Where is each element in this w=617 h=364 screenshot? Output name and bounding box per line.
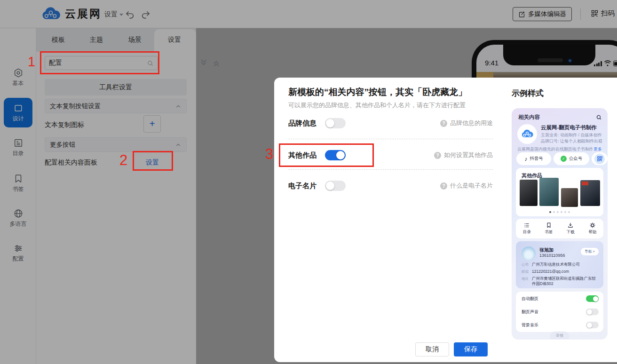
question-icon: ? — [440, 120, 447, 127]
toggle-row-brand: 品牌信息 ? 品牌信息的用途 — [288, 111, 493, 135]
gear-icon — [589, 222, 596, 229]
navigate-button[interactable]: 导航 > — [581, 248, 599, 255]
annotation-step-2: 2 — [119, 152, 127, 169]
contact-name: 张旭加 — [539, 247, 554, 253]
work-cover-3[interactable] — [561, 188, 578, 207]
brand-line-slogan: 品牌口号: 让每个人都能制作出精彩有创意的数字… — [541, 138, 602, 144]
question-icon: ? — [434, 152, 441, 159]
brand-title: 云展网-翻页电子书制作 — [541, 124, 602, 131]
brand-info-toggle[interactable] — [325, 118, 346, 128]
modal-title: 新模板的“相关内容”按钮，其实「卧虎藏龙」 — [288, 86, 467, 98]
wechat-official-icon: ✓ — [561, 156, 567, 162]
work-cover-4[interactable] — [580, 180, 600, 206]
brand-description: 云展网是国内领先的在线翻页电子书制作平台，过百万用户… 更多 — [517, 146, 602, 152]
dashed-divider — [288, 139, 493, 139]
business-card-help[interactable]: ? 什么是电子名片 — [440, 182, 493, 190]
preview-nav-bar: 目录 书签 下载 帮助 — [516, 219, 603, 238]
flip-sound-row: 翻页声音 — [522, 309, 599, 315]
background-music-row: 背景音乐 — [522, 322, 599, 328]
save-button[interactable]: 保存 — [454, 342, 488, 356]
other-works-card: 其他作品 — [516, 168, 603, 216]
annotation-step-3: 3 — [265, 146, 273, 163]
search-icon — [596, 114, 602, 120]
bookmark-icon — [546, 222, 552, 229]
nav-download[interactable]: 下载 — [567, 222, 575, 235]
dashed-divider — [288, 169, 493, 170]
modal-subtitle: 可以展示您的品牌信息、其他作品和个人名片，请在下方进行配置 — [288, 101, 466, 110]
nav-catalog[interactable]: 目录 — [523, 222, 531, 235]
douyin-icon: ♪ — [524, 156, 527, 162]
flip-sound-toggle[interactable] — [586, 309, 599, 315]
question-icon: ? — [440, 182, 447, 190]
more-link[interactable]: 更多 — [593, 146, 602, 152]
auto-flip-toggle[interactable] — [586, 295, 599, 302]
address-row: 地址 广州市黄埔区联和街道彩频路广东软件园D栋502 — [522, 276, 599, 286]
related-content-modal: 新模板的“相关内容”按钮，其实「卧虎藏龙」 可以展示您的品牌信息、其他作品和个人… — [274, 78, 617, 362]
annotation-box-2 — [133, 151, 173, 171]
report-button[interactable]: 举报 — [550, 332, 569, 339]
avatar — [522, 246, 536, 261]
brand-info-help[interactable]: ? 品牌信息的用途 — [440, 119, 493, 127]
background-music-toggle[interactable] — [586, 322, 599, 328]
annotation-step-1: 1 — [28, 54, 35, 70]
list-icon — [523, 222, 530, 229]
brand-line-business: 主营业务: 动画制作 / 自媒体创作 / 办公软件 — [541, 132, 602, 138]
official-account-button[interactable]: ✓ 公众号 — [554, 152, 589, 165]
other-works-help[interactable]: ? 如何设置其他作品 — [434, 151, 493, 159]
annotation-box-1 — [40, 51, 159, 74]
preview-header: 相关内容 — [518, 114, 602, 121]
qr-button[interactable] — [592, 152, 608, 165]
example-preview-card: 相关内容 云展网-翻页电子书制作 主营业务: 动画制作 / 自媒体创作 / — [512, 108, 608, 340]
business-card-toggle[interactable] — [325, 181, 346, 191]
email-row: 邮箱 121220221@qq.com — [522, 269, 599, 274]
toggle-row-card: 电子名片 ? 什么是电子名片 — [288, 174, 493, 198]
company-row: 公司 广州万彩信息技术有限公司 — [522, 262, 599, 267]
auto-flip-row: 自动翻页 — [522, 295, 599, 302]
annotation-box-3 — [279, 143, 374, 167]
nav-help[interactable]: 帮助 — [588, 222, 596, 235]
business-card: 张旭加 13610110956 导航 > 公司 广州万彩信息技术有限公司 邮箱 … — [516, 241, 603, 288]
download-icon — [567, 222, 574, 229]
social-buttons-row: ♪ 抖音号 ✓ 公众号 — [512, 152, 608, 165]
example-style-heading: 示例样式 — [512, 88, 544, 99]
work-cover-2[interactable] — [539, 178, 559, 206]
contact-phone: 13610110956 — [539, 253, 565, 258]
work-cover-1[interactable] — [520, 180, 538, 206]
cover-label — [582, 182, 588, 185]
reader-settings-card: 自动翻页 翻页声音 背景音乐 — [516, 292, 603, 332]
preview-brand-block: 云展网-翻页电子书制作 主营业务: 动画制作 / 自媒体创作 / 办公软件 品牌… — [517, 124, 602, 144]
douyin-button[interactable]: ♪ 抖音号 — [516, 152, 551, 165]
nav-bookmark[interactable]: 书签 — [545, 222, 553, 235]
carousel-dots[interactable] — [516, 211, 603, 213]
cancel-button[interactable]: 取消 — [415, 342, 449, 356]
qr-code-icon — [594, 154, 605, 164]
brand-logo-icon — [517, 124, 537, 144]
